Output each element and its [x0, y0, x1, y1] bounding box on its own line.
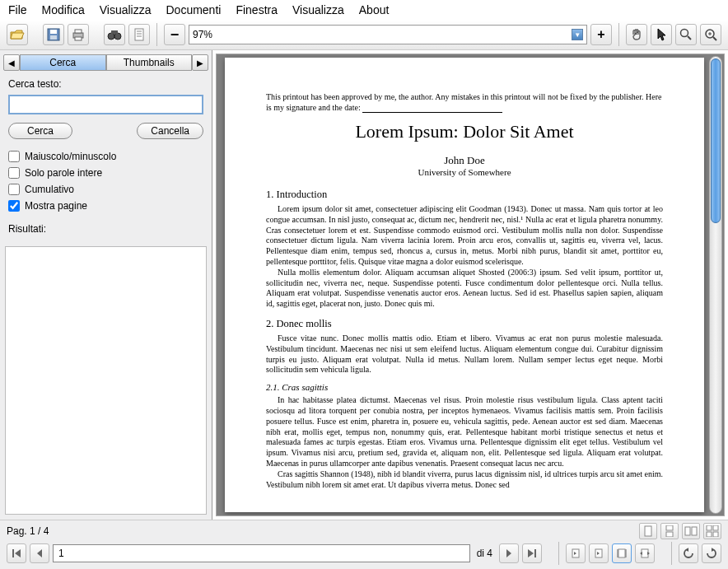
zoom-in-button[interactable]: + — [590, 24, 612, 45]
cursor-tool-button[interactable] — [651, 24, 672, 45]
search-panel: Cerca testo: Cerca Cancella Maiuscolo/mi… — [3, 72, 208, 241]
layout-continuous-button[interactable] — [660, 523, 679, 539]
last-page-button[interactable] — [522, 543, 542, 563]
page-back-icon — [570, 548, 581, 559]
layout-single-button[interactable] — [639, 523, 657, 539]
rotate-ccw-icon — [683, 548, 694, 559]
open-folder-icon — [10, 28, 25, 41]
zoom-dropdown-icon[interactable]: ▼ — [572, 29, 583, 40]
para-2: Nulla mollis elementum dolor. Aliquam ac… — [266, 268, 663, 310]
search-label: Cerca testo: — [8, 78, 203, 90]
last-page-icon — [527, 548, 537, 558]
menu-view-2[interactable]: Visualizza — [292, 3, 344, 16]
loupe-tool-button[interactable] — [700, 24, 721, 45]
zoom-combo[interactable]: ▼ — [189, 25, 587, 44]
menu-window[interactable]: Finestra — [236, 3, 278, 16]
menu-bar: File Modifica Visualizza Documenti Fines… — [0, 0, 728, 21]
opt-showpages-row[interactable]: Mostra pagine — [8, 200, 203, 212]
tab-scroll-right[interactable]: ▶ — [192, 54, 208, 71]
opt-whole-label: Solo parole intere — [25, 167, 102, 179]
prev-page-icon — [35, 548, 44, 558]
opt-cumulative-checkbox[interactable] — [8, 184, 20, 195]
para-3: Fusce vitae nunc. Donec mollis mattis od… — [266, 333, 663, 375]
svg-rect-23 — [692, 527, 697, 535]
minus-icon: − — [170, 26, 180, 44]
menu-file[interactable]: File — [8, 3, 27, 16]
svg-line-16 — [713, 37, 716, 40]
results-list[interactable] — [5, 246, 207, 515]
layout-facing-button[interactable] — [682, 523, 700, 539]
search-input[interactable] — [8, 95, 203, 114]
go-back-button[interactable] — [566, 543, 586, 563]
svg-rect-20 — [666, 525, 673, 530]
hand-icon — [630, 28, 643, 41]
fit-width-icon — [639, 548, 651, 559]
tab-search[interactable]: Cerca — [20, 54, 106, 71]
toolbar-divider — [156, 23, 157, 46]
results-label: Risultati: — [8, 223, 203, 235]
page-status-label: Pag. 1 / 4 — [7, 525, 49, 537]
svg-point-13 — [681, 30, 688, 37]
go-forward-button[interactable] — [589, 543, 609, 563]
menu-edit[interactable]: Modifica — [42, 3, 85, 16]
menu-documents[interactable]: Documenti — [166, 3, 221, 16]
page-number-input[interactable] — [53, 544, 470, 562]
zoom-tool-button[interactable] — [675, 24, 697, 45]
page-continuous-icon — [665, 525, 674, 537]
magnifier-icon — [679, 28, 693, 41]
tab-scroll-left[interactable]: ◀ — [3, 54, 20, 71]
svg-rect-24 — [707, 525, 712, 530]
layout-facing-continuous-button[interactable] — [703, 523, 721, 539]
section-1-heading: 1. Introduction — [266, 189, 663, 201]
section-2-1-heading: 2.1. Cras sagittis — [266, 382, 663, 392]
opt-case-row[interactable]: Maiuscolo/minuscolo — [8, 151, 203, 162]
status-bar: Pag. 1 / 4 — [0, 520, 728, 541]
opt-case-checkbox[interactable] — [8, 151, 20, 162]
main-toolbar: − ▼ + — [0, 21, 728, 50]
svg-point-7 — [114, 33, 121, 40]
opt-whole-row[interactable]: Solo parole intere — [8, 167, 203, 179]
fit-page-button[interactable] — [612, 543, 632, 563]
print-button[interactable] — [68, 24, 89, 45]
plus-icon: + — [597, 27, 604, 42]
next-page-button[interactable] — [499, 543, 519, 563]
scrollbar-thumb[interactable] — [711, 58, 721, 223]
page-of-label: di 4 — [474, 548, 496, 559]
svg-rect-5 — [75, 37, 82, 40]
tab-thumbnails[interactable]: Thumbnails — [106, 54, 193, 71]
menu-about[interactable]: About — [359, 3, 390, 16]
zoom-input[interactable] — [193, 29, 572, 40]
search-button[interactable]: Cerca — [8, 123, 72, 139]
page-single-icon — [643, 525, 653, 537]
main-area: ◀ Cerca Thumbnails ▶ Cerca testo: Cerca … — [0, 50, 728, 520]
svg-rect-29 — [534, 549, 536, 557]
open-button[interactable] — [7, 24, 28, 45]
save-button[interactable] — [43, 24, 64, 45]
document-viewport[interactable]: This printout has been approved by me, t… — [216, 54, 725, 516]
first-page-button[interactable] — [7, 543, 26, 563]
menu-view[interactable]: Visualizza — [100, 3, 152, 16]
prev-page-button[interactable] — [30, 543, 49, 563]
hand-tool-button[interactable] — [626, 24, 647, 45]
vertical-scrollbar[interactable] — [709, 56, 722, 514]
binoculars-icon — [107, 29, 122, 40]
fit-width-button[interactable] — [635, 543, 655, 563]
clear-button[interactable]: Cancella — [137, 123, 203, 139]
rotate-ccw-button[interactable] — [679, 543, 698, 563]
svg-rect-4 — [75, 30, 82, 33]
rotate-cw-button[interactable] — [702, 543, 721, 563]
opt-cumulative-row[interactable]: Cumulativo — [8, 184, 203, 195]
zoom-out-button[interactable]: − — [164, 24, 185, 45]
para-4: In hac habitasse platea dictumst. Maecen… — [266, 395, 663, 469]
opt-whole-checkbox[interactable] — [8, 167, 20, 179]
svg-rect-27 — [713, 532, 718, 537]
page-facing-icon — [684, 525, 698, 537]
document-affiliation: University of Somewhere — [266, 167, 663, 177]
opt-showpages-checkbox[interactable] — [8, 200, 20, 212]
select-text-button[interactable] — [128, 24, 150, 45]
svg-rect-32 — [618, 549, 625, 557]
svg-rect-2 — [50, 35, 57, 40]
find-button[interactable] — [104, 24, 125, 45]
opt-case-label: Maiuscolo/minuscolo — [25, 151, 116, 162]
sidebar-tabs: ◀ Cerca Thumbnails ▶ — [3, 54, 208, 72]
